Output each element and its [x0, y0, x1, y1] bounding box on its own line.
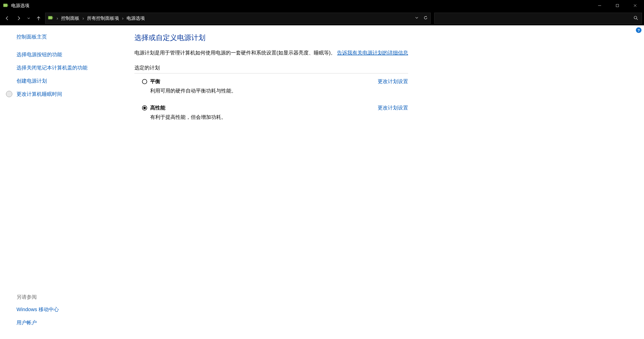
- sidebar-link-label: 更改计算机睡眠时间: [16, 91, 62, 97]
- sidebar-see-also: 另请参阅 Windows 移动中心 用户帐户: [16, 294, 119, 331]
- svg-rect-9: [52, 17, 53, 18]
- learn-more-link[interactable]: 告诉我有关电源计划的详细信息: [337, 50, 408, 55]
- svg-rect-2: [4, 4, 7, 6]
- change-plan-settings-link[interactable]: 更改计划设置: [378, 78, 408, 85]
- control-panel-home-link[interactable]: 控制面板主页: [16, 33, 108, 41]
- svg-rect-4: [616, 4, 619, 7]
- svg-line-12: [637, 18, 638, 20]
- page-description: 电源计划是用于管理计算机如何使用电源的一套硬件和系统设置(如显示器亮度、睡眠等)…: [134, 49, 408, 57]
- see-also-user-accounts[interactable]: 用户帐户: [16, 319, 108, 326]
- search-box[interactable]: [434, 13, 642, 24]
- section-label: 选定的计划: [134, 64, 408, 71]
- svg-rect-1: [7, 5, 8, 6]
- search-icon: [634, 16, 638, 21]
- breadcrumb-item[interactable]: 控制面板: [61, 15, 79, 21]
- plan-description: 利用可用的硬件自动平衡功耗与性能。: [150, 87, 378, 94]
- chevron-right-icon: ›: [81, 16, 85, 21]
- back-button[interactable]: [2, 13, 12, 23]
- sidebar-link-create-plan[interactable]: 创建电源计划: [16, 77, 108, 85]
- minimize-button[interactable]: [591, 0, 608, 11]
- titlebar: 电源选项: [0, 0, 644, 11]
- section-divider: [134, 73, 408, 73]
- power-plan-high-performance: 高性能 有利于提高性能，但会增加功耗。 更改计划设置: [134, 104, 408, 121]
- battery-icon: [3, 3, 9, 8]
- desc-text: 电源计划是用于管理计算机如何使用电源的一套硬件和系统设置(如显示器亮度、睡眠等)…: [134, 50, 336, 55]
- plan-description: 有利于提高性能，但会增加功耗。: [150, 114, 378, 121]
- recent-dropdown[interactable]: [25, 13, 32, 23]
- see-also-label: 另请参阅: [16, 294, 119, 300]
- breadcrumb[interactable]: › 控制面板 › 所有控制面板项 › 电源选项: [45, 13, 431, 24]
- close-button[interactable]: [626, 0, 644, 11]
- address-bar: › 控制面板 › 所有控制面板项 › 电源选项: [0, 11, 644, 25]
- chevron-right-icon: ›: [56, 16, 59, 21]
- svg-rect-10: [49, 16, 52, 19]
- power-plan-balanced: 平衡 利用可用的硬件自动平衡功耗与性能。 更改计划设置: [134, 78, 408, 94]
- see-also-mobility-center[interactable]: Windows 移动中心: [16, 306, 108, 313]
- svg-point-11: [634, 16, 637, 19]
- breadcrumb-item[interactable]: 所有控制面板项: [87, 15, 119, 21]
- sidebar-link-lid-close[interactable]: 选择关闭笔记本计算机盖的功能: [16, 64, 108, 71]
- page-title: 选择或自定义电源计划: [134, 33, 408, 43]
- content-area: ? 控制面板主页 选择电源按钮的功能 选择关闭笔记本计算机盖的功能 创建电源计划…: [0, 25, 644, 339]
- chevron-right-icon: ›: [121, 16, 125, 21]
- radio-high-performance[interactable]: [142, 105, 147, 110]
- plan-name[interactable]: 平衡: [150, 78, 160, 85]
- maximize-button[interactable]: [608, 0, 626, 11]
- breadcrumb-item[interactable]: 电源选项: [127, 15, 145, 21]
- forward-button[interactable]: [14, 13, 24, 23]
- sidebar-link-power-button[interactable]: 选择电源按钮的功能: [16, 51, 108, 58]
- battery-icon: [48, 16, 54, 21]
- window-title: 电源选项: [11, 3, 29, 9]
- chevron-down-icon[interactable]: [415, 16, 419, 21]
- sidebar-link-sleep-time[interactable]: 更改计算机睡眠时间: [16, 90, 108, 98]
- change-plan-settings-link[interactable]: 更改计划设置: [378, 104, 408, 111]
- svg-point-13: [6, 91, 12, 97]
- titlebar-left: 电源选项: [3, 3, 29, 9]
- refresh-button[interactable]: [423, 15, 428, 21]
- moon-icon: [6, 91, 12, 97]
- radio-balanced[interactable]: [142, 79, 147, 84]
- window-controls: [591, 0, 644, 11]
- help-icon[interactable]: ?: [636, 27, 641, 33]
- up-button[interactable]: [33, 13, 44, 23]
- main-content: 选择或自定义电源计划 电源计划是用于管理计算机如何使用电源的一套硬件和系统设置(…: [124, 25, 418, 339]
- plan-name[interactable]: 高性能: [150, 104, 165, 111]
- sidebar: 控制面板主页 选择电源按钮的功能 选择关闭笔记本计算机盖的功能 创建电源计划 更…: [0, 25, 124, 339]
